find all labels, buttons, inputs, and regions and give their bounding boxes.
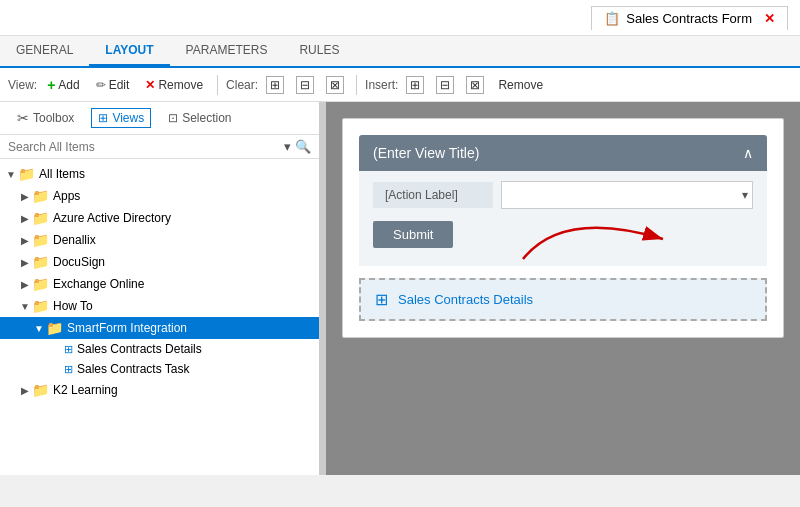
sidebar-tab-views[interactable]: ⊞ Views bbox=[91, 108, 151, 128]
sidebar-tab-toolbox[interactable]: ✂ Toolbox bbox=[8, 106, 83, 130]
view-icon-contracts-task: ⊞ bbox=[64, 363, 73, 376]
folder-icon-azure: 📁 bbox=[32, 210, 49, 226]
label-howto: How To bbox=[53, 299, 93, 313]
tree-item-contracts-details[interactable]: ▶ ⊞ Sales Contracts Details bbox=[0, 339, 319, 359]
submit-button[interactable]: Submit bbox=[373, 221, 453, 248]
edit-button[interactable]: ✏ Edit bbox=[90, 76, 136, 94]
tree-item-howto[interactable]: ▼ 📁 How To bbox=[0, 295, 319, 317]
separator-2 bbox=[356, 75, 357, 95]
folder-icon-howto: 📁 bbox=[32, 298, 49, 314]
toolbox-icon: ✂ bbox=[17, 110, 29, 126]
tree-item-apps[interactable]: ▶ 📁 Apps bbox=[0, 185, 319, 207]
form-tab-icon: 📋 bbox=[604, 11, 620, 26]
label-contracts-task: Sales Contracts Task bbox=[77, 362, 190, 376]
search-input[interactable] bbox=[8, 140, 284, 154]
tab-rules[interactable]: RULES bbox=[283, 36, 355, 66]
arrow-k2learning: ▶ bbox=[18, 385, 32, 396]
arrow-overlay bbox=[523, 199, 723, 282]
sidebar-search-bar: ▾ 🔍 bbox=[0, 135, 319, 159]
form-canvas: (Enter View Title) ∧ [Action Label] ▾ Su… bbox=[342, 118, 784, 338]
folder-icon-docusign: 📁 bbox=[32, 254, 49, 270]
arrow-all-items: ▼ bbox=[4, 169, 18, 180]
action-label-text: [Action Label] bbox=[385, 188, 458, 202]
selection-icon: ⊡ bbox=[168, 111, 178, 125]
action-label: [Action Label] bbox=[373, 182, 493, 208]
grid-icon-3: ⊠ bbox=[326, 76, 344, 94]
add-label: Add bbox=[58, 78, 79, 92]
edit-label: Edit bbox=[109, 78, 130, 92]
sidebar: ✂ Toolbox ⊞ Views ⊡ Selection ▾ 🔍 ▼ 📁 bbox=[0, 102, 320, 475]
tab-layout[interactable]: LAYOUT bbox=[89, 36, 169, 66]
dropdown-icon[interactable]: ▾ bbox=[284, 139, 291, 154]
folder-icon-denallix: 📁 bbox=[32, 232, 49, 248]
tree-item-all-items[interactable]: ▼ 📁 All Items bbox=[0, 163, 319, 185]
arrow-docusign: ▶ bbox=[18, 257, 32, 268]
arrow-apps: ▶ bbox=[18, 191, 32, 202]
arrow-smartform: ▼ bbox=[32, 323, 46, 334]
add-button[interactable]: + Add bbox=[41, 75, 86, 95]
remove-label: Remove bbox=[158, 78, 203, 92]
toolbar-remove-btn[interactable]: Remove bbox=[492, 76, 549, 94]
tree-item-contracts-task[interactable]: ▶ ⊞ Sales Contracts Task bbox=[0, 359, 319, 379]
folder-icon-smartform: 📁 bbox=[46, 320, 63, 336]
pencil-icon: ✏ bbox=[96, 78, 106, 92]
search-icon[interactable]: 🔍 bbox=[295, 139, 311, 154]
clear-btn-3[interactable]: ⊠ bbox=[322, 74, 348, 96]
separator-1 bbox=[217, 75, 218, 95]
sidebar-tab-selection[interactable]: ⊡ Selection bbox=[159, 107, 240, 129]
form-section-title: (Enter View Title) bbox=[373, 145, 479, 161]
tab-parameters[interactable]: PARAMETERS bbox=[170, 36, 284, 66]
insert-icon-3: ⊠ bbox=[466, 76, 484, 94]
remove-button[interactable]: ✕ Remove bbox=[139, 76, 209, 94]
toolbar-remove-label: Remove bbox=[498, 78, 543, 92]
sidebar-tab-bar: ✂ Toolbox ⊞ Views ⊡ Selection bbox=[0, 102, 319, 135]
arrow-exchange: ▶ bbox=[18, 279, 32, 290]
label-docusign: DocuSign bbox=[53, 255, 105, 269]
view-label: View: bbox=[8, 78, 37, 92]
insert-icon-2: ⊟ bbox=[436, 76, 454, 94]
nav-tab-bar: GENERAL LAYOUT PARAMETERS RULES bbox=[0, 36, 800, 68]
clear-btn-2[interactable]: ⊟ bbox=[292, 74, 318, 96]
label-contracts-details: Sales Contracts Details bbox=[77, 342, 202, 356]
drop-view-label: Sales Contracts Details bbox=[398, 292, 533, 307]
label-smartform: SmartForm Integration bbox=[67, 321, 187, 335]
form-section-header: (Enter View Title) ∧ bbox=[359, 135, 767, 171]
main-toolbar: View: + Add ✏ Edit ✕ Remove Clear: ⊞ ⊟ ⊠… bbox=[0, 68, 800, 102]
form-tab-title: Sales Contracts Form bbox=[626, 11, 752, 26]
clear-btn-1[interactable]: ⊞ bbox=[262, 74, 288, 96]
tree-item-azure[interactable]: ▶ 📁 Azure Active Directory bbox=[0, 207, 319, 229]
tree-item-k2learning[interactable]: ▶ 📁 K2 Learning bbox=[0, 379, 319, 401]
arrow-denallix: ▶ bbox=[18, 235, 32, 246]
folder-icon-all-items: 📁 bbox=[18, 166, 35, 182]
insert-btn-1[interactable]: ⊞ bbox=[402, 74, 428, 96]
arrow-contracts-task: ▶ bbox=[50, 364, 64, 375]
arrow-contracts-details: ▶ bbox=[50, 344, 64, 355]
tree-item-docusign[interactable]: ▶ 📁 DocuSign bbox=[0, 251, 319, 273]
tab-general[interactable]: GENERAL bbox=[0, 36, 89, 66]
tree-item-smartform[interactable]: ▼ 📁 SmartForm Integration bbox=[0, 317, 319, 339]
insert-btn-2[interactable]: ⊟ bbox=[432, 74, 458, 96]
tree-item-denallix[interactable]: ▶ 📁 Denallix bbox=[0, 229, 319, 251]
add-icon: + bbox=[47, 77, 55, 93]
view-icon-contracts-details: ⊞ bbox=[64, 343, 73, 356]
tree-item-exchange[interactable]: ▶ 📁 Exchange Online bbox=[0, 273, 319, 295]
clear-label: Clear: bbox=[226, 78, 258, 92]
close-icon[interactable]: ✕ bbox=[764, 11, 775, 26]
label-azure: Azure Active Directory bbox=[53, 211, 171, 225]
drop-view-icon: ⊞ bbox=[375, 290, 388, 309]
views-label: Views bbox=[112, 111, 144, 125]
nav-tabs: GENERAL LAYOUT PARAMETERS RULES bbox=[0, 36, 355, 66]
dropdown-arrow-icon: ▾ bbox=[742, 188, 748, 202]
label-all-items: All Items bbox=[39, 167, 85, 181]
insert-btn-3[interactable]: ⊠ bbox=[462, 74, 488, 96]
insert-label: Insert: bbox=[365, 78, 398, 92]
folder-icon-exchange: 📁 bbox=[32, 276, 49, 292]
form-tab[interactable]: 📋 Sales Contracts Form ✕ bbox=[591, 6, 788, 30]
insert-icon-1: ⊞ bbox=[406, 76, 424, 94]
collapse-icon[interactable]: ∧ bbox=[743, 145, 753, 161]
label-exchange: Exchange Online bbox=[53, 277, 144, 291]
toolbox-label: Toolbox bbox=[33, 111, 74, 125]
folder-icon-apps: 📁 bbox=[32, 188, 49, 204]
label-k2learning: K2 Learning bbox=[53, 383, 118, 397]
label-apps: Apps bbox=[53, 189, 80, 203]
